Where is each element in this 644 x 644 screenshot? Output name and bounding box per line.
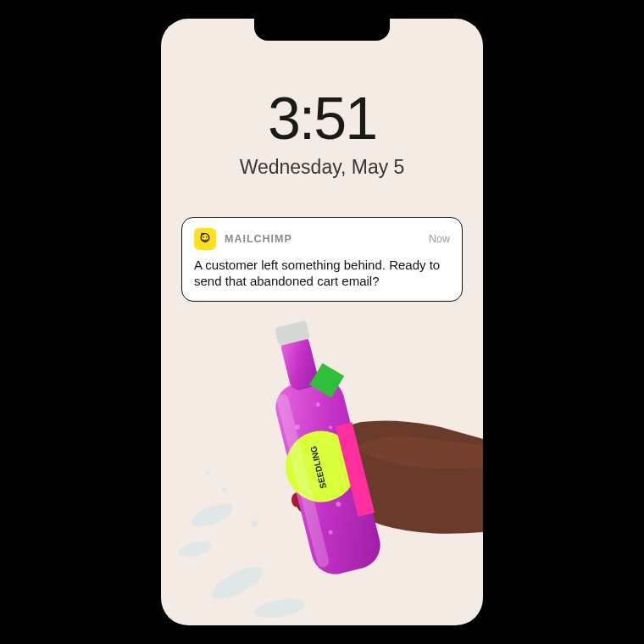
- monkey-icon: [197, 231, 213, 247]
- svg-point-7: [251, 520, 258, 527]
- svg-point-6: [253, 596, 307, 621]
- mailchimp-app-icon: [194, 228, 216, 250]
- svg-point-9: [206, 471, 210, 475]
- svg-point-3: [188, 499, 236, 531]
- svg-point-1: [203, 236, 204, 238]
- notification-body: A customer left something behind. Ready …: [194, 257, 450, 289]
- notification-header: MAILCHIMP Now: [194, 228, 450, 250]
- phone-notch: [254, 19, 390, 41]
- lockscreen-date: Wednesday, May 5: [161, 156, 483, 179]
- lockscreen-time: 3:51: [161, 85, 483, 153]
- svg-point-5: [207, 560, 267, 605]
- svg-point-8: [222, 487, 227, 492]
- notification-card[interactable]: MAILCHIMP Now A customer left something …: [181, 217, 463, 302]
- notification-app-name: MAILCHIMP: [225, 233, 420, 245]
- svg-point-2: [206, 236, 208, 238]
- notification-time: Now: [429, 233, 450, 245]
- phone-lockscreen: 3:51 Wednesday, May 5 MAILCHIMP Now A cu…: [161, 19, 483, 625]
- svg-point-4: [177, 538, 214, 560]
